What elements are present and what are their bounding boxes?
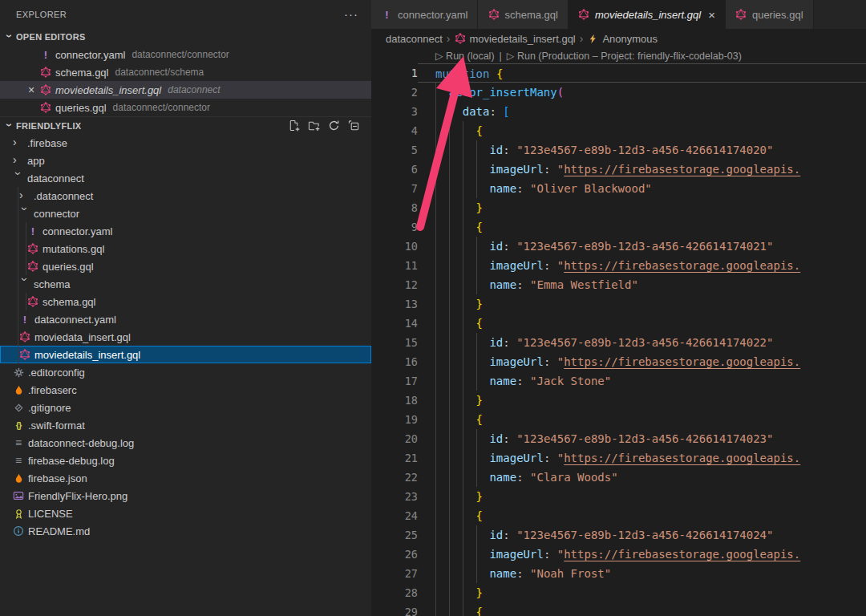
code-line-content: { (418, 506, 866, 525)
open-editor-item[interactable]: schema.gqldataconnect/schema (0, 63, 371, 81)
close-icon[interactable]: × (22, 83, 40, 96)
tree-file-moviedetails-insert-gql[interactable]: moviedetails_insert.gql (0, 346, 371, 363)
tab-connector-yaml[interactable]: !connector.yaml (371, 0, 478, 29)
code-line-content: actor_insertMany( (418, 83, 866, 102)
yaml-warning-icon: ! (40, 48, 51, 61)
tree-file-friendlyflix-hero-png[interactable]: FriendlyFlix-Hero.png (0, 487, 371, 505)
code-line: 13 } (371, 294, 866, 314)
breadcrumb-item[interactable]: dataconnect (386, 33, 443, 45)
breadcrumb-item[interactable]: Anonymous (587, 33, 658, 45)
line-number: 24 (371, 506, 418, 525)
tree-folder-connector[interactable]: ›connector (0, 205, 371, 222)
code-line-content: id: "123e4567-e89b-12d3-a456-42661417402… (418, 333, 866, 352)
line-number: 16 (371, 352, 418, 371)
file-name: README.md (28, 525, 90, 537)
close-icon[interactable]: × (708, 9, 715, 21)
code-line: 28 } (371, 583, 866, 602)
explorer-sidebar: EXPLORER ··· › OPEN EDITORS !connector.y… (0, 0, 371, 616)
open-editor-item[interactable]: ×moviedetails_insert.gqldataconnect (0, 81, 371, 99)
open-editors-header[interactable]: › OPEN EDITORS (0, 28, 371, 46)
code-line-content: name: "Emma Westfield" (418, 275, 866, 294)
tree-folder--firebase[interactable]: ›.firebase (0, 134, 371, 152)
line-number: 26 (371, 545, 418, 564)
code-line: 2 actor_insertMany( (371, 83, 866, 102)
file-name: dataconnect (27, 172, 84, 184)
tree-folder-schema[interactable]: ›schema (0, 275, 371, 293)
code-line-content: { (418, 602, 866, 616)
tab-bar: !connector.yamlschema.gqlmoviedetails_in… (371, 0, 866, 29)
breadcrumb-item[interactable]: moviedetails_insert.gql (455, 33, 576, 45)
tree-file--editorconfig[interactable]: .editorconfig (0, 363, 371, 381)
collapse-all-icon[interactable] (347, 120, 360, 132)
tree-file--firebaserc[interactable]: .firebaserc (0, 381, 371, 399)
chevron-down-icon: › (19, 207, 30, 218)
graphql-icon (19, 348, 30, 361)
tree-folder--dataconnect[interactable]: ›.dataconnect (0, 187, 371, 205)
tree-file-mutations-gql[interactable]: mutations.gql (0, 240, 371, 257)
tab-queries-gql[interactable]: queries.gql (726, 0, 814, 29)
run-local-link[interactable]: ▷ Run (local) (435, 50, 495, 62)
file-name: connector.yaml (42, 225, 112, 237)
code-line: 21 imageUrl: "https://firebasestorage.go… (371, 448, 866, 468)
tab-moviedetails-insert-gql[interactable]: moviedetails_insert.gql× (569, 0, 726, 29)
line-number: 3 (371, 102, 418, 121)
tree-file-moviedata-insert-gql[interactable]: moviedata_insert.gql (0, 328, 371, 346)
run-production-link[interactable]: ▷ Run (Production – Project: friendly-fl… (507, 50, 742, 62)
refresh-icon[interactable] (327, 120, 340, 132)
line-number: 29 (371, 602, 418, 616)
chevron-right-icon: › (19, 189, 30, 201)
file-name: connector (34, 208, 79, 220)
file-tree: ›.firebase›app›dataconnect›.dataconnect›… (0, 134, 371, 540)
code-line: 27 name: "Noah Frost" (371, 564, 866, 583)
new-file-icon[interactable] (287, 120, 300, 132)
breadcrumb-separator: › (447, 32, 451, 45)
graphql-icon (27, 242, 38, 255)
open-editors-list: !connector.yamldataconnect/connectorsche… (0, 46, 371, 116)
play-icon: ▷ (507, 51, 515, 62)
code-line: 12 name: "Emma Westfield" (371, 275, 866, 294)
file-name: .swift-format (28, 419, 85, 432)
tree-file-firebase-json[interactable]: firebase.json (0, 469, 371, 487)
code-line: 17 name: "Jack Stone" (371, 371, 866, 391)
breadcrumb-label: Anonymous (602, 33, 658, 45)
tree-folder-app[interactable]: ›app (0, 152, 371, 169)
chevron-down-icon: › (19, 278, 30, 289)
yaml-warning-icon: ! (19, 313, 30, 326)
tree-folder-dataconnect[interactable]: ›dataconnect (0, 169, 371, 187)
explorer-title: EXPLORER (16, 10, 67, 19)
code-line-content: { (418, 314, 866, 333)
tree-file-license[interactable]: LICENSE (0, 505, 371, 522)
line-number: 18 (371, 391, 418, 410)
line-number: 1 (371, 63, 418, 83)
tree-file-firebase-debug-log[interactable]: ≡firebase-debug.log (0, 452, 371, 469)
tree-file-queries-gql[interactable]: queries.gql (0, 257, 371, 275)
open-editor-item[interactable]: !connector.yamldataconnect/connector (0, 46, 371, 63)
code-line: 5 id: "123e4567-e89b-12d3-a456-426614174… (371, 140, 866, 160)
code-line-content: imageUrl: "https://firebasestorage.googl… (418, 160, 866, 179)
chevron-down-icon: › (4, 30, 15, 43)
new-folder-icon[interactable] (307, 120, 320, 132)
yaml-warning-icon: ! (27, 225, 38, 237)
open-editor-item[interactable]: queries.gqldataconnect/connector (0, 99, 371, 116)
editor-group: !connector.yamlschema.gqlmoviedetails_in… (371, 0, 866, 616)
tree-file-readme-md[interactable]: README.md (0, 522, 371, 540)
tree-file-dataconnect-debug-log[interactable]: ≡dataconnect-debug.log (0, 434, 371, 452)
line-number: 9 (371, 217, 418, 237)
tab-schema-gql[interactable]: schema.gql (478, 0, 568, 29)
file-name: moviedetails_insert.gql (34, 349, 140, 361)
line-number: 21 (371, 448, 418, 468)
more-actions-icon[interactable]: ··· (344, 10, 358, 18)
breadcrumb-separator: › (580, 32, 584, 45)
tree-file-schema-gql[interactable]: schema.gql (0, 293, 371, 310)
code-line: 4 { (371, 121, 866, 140)
code-editor[interactable]: 1mutation {2 actor_insertMany(3 data: [4… (371, 63, 866, 616)
tree-file-dataconnect-yaml[interactable]: !dataconnect.yaml (0, 310, 371, 328)
tree-file--swift-format[interactable]: {}.swift-format (0, 416, 371, 434)
line-number: 15 (371, 333, 418, 352)
workspace-header[interactable]: › FRIENDLYFLIX (0, 116, 371, 134)
code-line: 19 { (371, 410, 866, 429)
tree-file--gitignore[interactable]: .gitignore (0, 399, 371, 416)
file-name: dataconnect-debug.log (28, 437, 134, 449)
tree-file-connector-yaml[interactable]: !connector.yaml (0, 222, 371, 240)
line-number: 11 (371, 256, 418, 275)
